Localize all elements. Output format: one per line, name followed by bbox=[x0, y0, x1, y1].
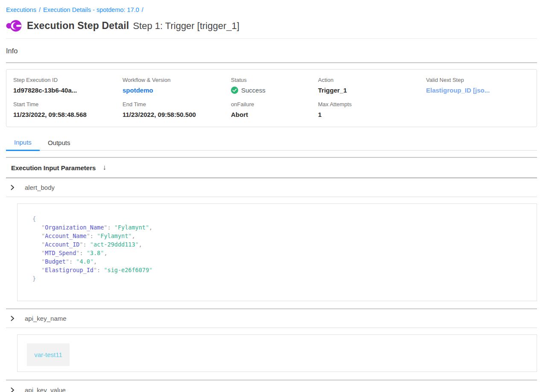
breadcrumb-separator: / bbox=[39, 6, 41, 13]
api-key-name-panel: var-test11 bbox=[17, 334, 537, 372]
chevron-right-icon[interactable] bbox=[10, 387, 15, 392]
field-label: Action bbox=[318, 77, 426, 83]
status-badge: Success bbox=[231, 87, 318, 94]
json-close-brace: } bbox=[32, 274, 537, 283]
field-label: onFailure bbox=[231, 101, 318, 107]
field-value: 1d97828c-13b6-40a... bbox=[13, 87, 123, 94]
field-status: Status Success bbox=[231, 77, 318, 94]
breadcrumb-link-executions[interactable]: Executions bbox=[6, 6, 36, 13]
json-entry: "MTD_Spend": "3.8", bbox=[32, 249, 537, 257]
execution-step-detail-page: Executions/Execution Details - spotdemo:… bbox=[0, 0, 543, 392]
api-key-name-value-chip: var-test11 bbox=[27, 343, 70, 366]
tab-bar: Inputs Outputs bbox=[6, 136, 537, 151]
field-value: 11/23/2022, 09:58:48.568 bbox=[13, 111, 123, 118]
field-label: Status bbox=[231, 77, 318, 83]
field-label: Workflow & Version bbox=[123, 77, 231, 83]
json-open-brace: { bbox=[32, 215, 537, 223]
field-label: Step Execution ID bbox=[13, 77, 123, 83]
collapse-all-arrow-icon[interactable]: ↓ bbox=[102, 163, 106, 172]
field-workflow-version: Workflow & Version spotdemo bbox=[123, 77, 231, 94]
workflow-link[interactable]: spotdemo bbox=[123, 87, 231, 94]
chevron-right-icon[interactable] bbox=[10, 316, 15, 321]
fylamynt-logo-icon bbox=[6, 19, 22, 33]
param-row-label: api_key_name bbox=[25, 315, 67, 322]
field-step-execution-id: Step Execution ID 1d97828c-13b6-40a... bbox=[13, 77, 123, 94]
field-end-time: End Time 11/23/2022, 09:58:50.500 bbox=[123, 101, 231, 118]
execution-input-parameters-header: Execution Input Parameters ↓ bbox=[6, 158, 537, 178]
field-max-attempts: Max Attempts 1 bbox=[318, 101, 426, 118]
json-entry: "Account_Name": "Fylamynt", bbox=[32, 232, 537, 240]
field-value: 11/23/2022, 09:58:50.500 bbox=[123, 111, 231, 118]
param-row-label: alert_body bbox=[25, 184, 55, 191]
field-valid-next-step: Valid Next Step Elastigroup_ID [jso... bbox=[426, 77, 530, 94]
status-text: Success bbox=[241, 87, 266, 94]
field-action: Action Trigger_1 bbox=[318, 77, 426, 94]
page-subtitle: Step 1: Trigger [trigger_1] bbox=[133, 20, 239, 32]
execution-input-parameters-title: Execution Input Parameters bbox=[11, 164, 96, 171]
field-value: 1 bbox=[318, 111, 426, 118]
json-entry: "Organization_Name": "Fylamynt", bbox=[32, 223, 537, 232]
breadcrumb-separator: / bbox=[142, 6, 143, 13]
field-label: Valid Next Step bbox=[426, 77, 530, 83]
field-start-time: Start Time 11/23/2022, 09:58:48.568 bbox=[13, 101, 123, 118]
field-value: Trigger_1 bbox=[318, 87, 426, 94]
alert-body-json-panel: { "Organization_Name": "Fylamynt", "Acco… bbox=[17, 203, 537, 301]
field-empty bbox=[426, 101, 530, 118]
valid-next-step-link[interactable]: Elastigroup_ID [jso... bbox=[426, 87, 530, 94]
json-entry: "Budget": "4.0", bbox=[32, 257, 537, 266]
field-value: Abort bbox=[231, 111, 318, 118]
param-row-alert-body[interactable]: alert_body bbox=[6, 178, 537, 197]
tab-inputs[interactable]: Inputs bbox=[6, 136, 40, 151]
field-on-failure: onFailure Abort bbox=[231, 101, 318, 118]
json-entry: "Account_ID": "act-29ddd113", bbox=[32, 240, 537, 249]
chevron-right-icon[interactable] bbox=[10, 185, 15, 190]
tab-outputs[interactable]: Outputs bbox=[40, 136, 79, 150]
breadcrumb-link-execution-details[interactable]: Execution Details - spotdemo: 17.0 bbox=[43, 6, 139, 13]
info-card: Step Execution ID 1d97828c-13b6-40a... W… bbox=[6, 69, 537, 127]
page-header: Execution Step Detail Step 1: Trigger [t… bbox=[6, 19, 537, 39]
info-heading: Info bbox=[6, 47, 537, 63]
field-label: End Time bbox=[123, 101, 231, 107]
param-row-api-key-value[interactable]: api_key_value bbox=[6, 380, 537, 392]
json-entry: "Elastigroup_Id": "sig-e26f6079" bbox=[32, 266, 537, 274]
param-row-api-key-name[interactable]: api_key_name bbox=[6, 309, 537, 328]
field-label: Start Time bbox=[13, 101, 123, 107]
field-label: Max Attempts bbox=[318, 101, 426, 107]
breadcrumb: Executions/Execution Details - spotdemo:… bbox=[6, 0, 537, 13]
param-row-label: api_key_value bbox=[25, 386, 66, 392]
page-title: Execution Step Detail bbox=[27, 20, 129, 32]
success-check-icon bbox=[231, 87, 238, 94]
